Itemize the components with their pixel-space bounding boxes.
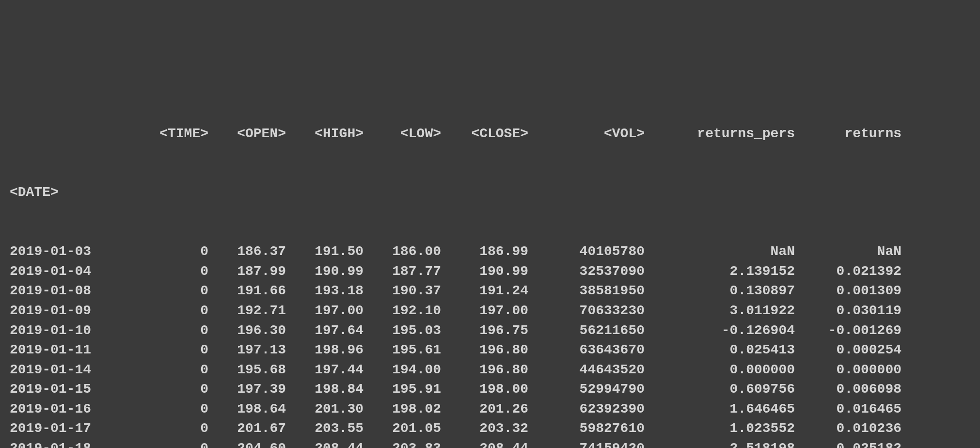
cell-high: 193.18 bbox=[286, 281, 364, 301]
cell-close: 208.44 bbox=[441, 439, 528, 448]
cell-date: 2019-01-09 bbox=[10, 301, 136, 321]
table-row: 2019-01-040187.99190.99187.77190.9932537… bbox=[10, 262, 970, 282]
cell-time: 0 bbox=[136, 439, 208, 448]
cell-time: 0 bbox=[136, 301, 208, 321]
cell-vol: 38581950 bbox=[528, 281, 645, 301]
cell-time: 0 bbox=[136, 360, 208, 380]
table-row: 2019-01-150197.39198.84195.91198.0052994… bbox=[10, 380, 970, 400]
cell-time: 0 bbox=[136, 419, 208, 439]
cell-low: 195.03 bbox=[364, 321, 441, 341]
cell-low: 195.61 bbox=[364, 340, 441, 360]
table-row: 2019-01-100196.30197.64195.03196.7556211… bbox=[10, 321, 970, 341]
cell-close: 198.00 bbox=[441, 380, 528, 400]
cell-time: 0 bbox=[136, 262, 208, 282]
cell-returns-pers: 0.025413 bbox=[645, 340, 795, 360]
cell-returns: 0.025182 bbox=[795, 439, 901, 448]
column-header-row: <TIME><OPEN><HIGH><LOW><CLOSE><VOL>retur… bbox=[10, 124, 970, 144]
cell-high: 197.44 bbox=[286, 360, 364, 380]
cell-date: 2019-01-11 bbox=[10, 340, 136, 360]
cell-close: 196.80 bbox=[441, 340, 528, 360]
cell-open: 195.68 bbox=[208, 360, 286, 380]
cell-high: 208.44 bbox=[286, 439, 364, 448]
cell-vol: 52994790 bbox=[528, 380, 645, 400]
cell-returns-pers: 0.130897 bbox=[645, 281, 795, 301]
cell-close: 197.00 bbox=[441, 301, 528, 321]
cell-returns-pers: 2.139152 bbox=[645, 262, 795, 282]
cell-open: 204.60 bbox=[208, 439, 286, 448]
cell-close: 201.26 bbox=[441, 400, 528, 419]
cell-low: 201.05 bbox=[364, 419, 441, 439]
cell-close: 190.99 bbox=[441, 262, 528, 282]
column-header-close: <CLOSE> bbox=[441, 124, 528, 144]
cell-returns: -0.001269 bbox=[795, 321, 901, 341]
cell-low: 203.83 bbox=[364, 439, 441, 448]
cell-high: 191.50 bbox=[286, 242, 364, 262]
table-row: 2019-01-170201.67203.55201.05203.3259827… bbox=[10, 419, 970, 439]
cell-returns: 0.000000 bbox=[795, 360, 901, 380]
cell-low: 194.00 bbox=[364, 360, 441, 380]
column-header-returns: returns bbox=[795, 124, 901, 144]
cell-high: 201.30 bbox=[286, 400, 364, 419]
cell-vol: 62392390 bbox=[528, 400, 645, 419]
dataframe-output: <TIME><OPEN><HIGH><LOW><CLOSE><VOL>retur… bbox=[10, 84, 970, 448]
column-header-low: <LOW> bbox=[364, 124, 441, 144]
cell-close: 203.32 bbox=[441, 419, 528, 439]
cell-open: 197.39 bbox=[208, 380, 286, 400]
cell-low: 198.02 bbox=[364, 400, 441, 419]
table-body: 2019-01-030186.37191.50186.00186.9940105… bbox=[10, 242, 970, 448]
cell-time: 0 bbox=[136, 380, 208, 400]
header-blank bbox=[10, 124, 136, 144]
column-header-high: <HIGH> bbox=[286, 124, 364, 144]
cell-date: 2019-01-17 bbox=[10, 419, 136, 439]
cell-returns-pers: 1.023552 bbox=[645, 419, 795, 439]
cell-returns-pers: 3.011922 bbox=[645, 301, 795, 321]
cell-date: 2019-01-18 bbox=[10, 439, 136, 448]
cell-returns: 0.000254 bbox=[795, 340, 901, 360]
cell-vol: 63643670 bbox=[528, 340, 645, 360]
cell-vol: 32537090 bbox=[528, 262, 645, 282]
cell-time: 0 bbox=[136, 400, 208, 419]
column-header-open: <OPEN> bbox=[208, 124, 286, 144]
column-header-vol: <VOL> bbox=[528, 124, 645, 144]
cell-open: 191.66 bbox=[208, 281, 286, 301]
cell-date: 2019-01-14 bbox=[10, 360, 136, 380]
cell-close: 186.99 bbox=[441, 242, 528, 262]
cell-open: 186.37 bbox=[208, 242, 286, 262]
cell-close: 196.75 bbox=[441, 321, 528, 341]
cell-returns-pers: NaN bbox=[645, 242, 795, 262]
column-header-returns-pers: returns_pers bbox=[645, 124, 795, 144]
table-row: 2019-01-080191.66193.18190.37191.2438581… bbox=[10, 281, 970, 301]
cell-time: 0 bbox=[136, 321, 208, 341]
cell-returns-pers: 1.646465 bbox=[645, 400, 795, 419]
cell-close: 191.24 bbox=[441, 281, 528, 301]
cell-low: 187.77 bbox=[364, 262, 441, 282]
cell-returns-pers: 0.000000 bbox=[645, 360, 795, 380]
cell-returns: 0.030119 bbox=[795, 301, 901, 321]
column-header-time: <TIME> bbox=[136, 124, 208, 144]
cell-vol: 74159420 bbox=[528, 439, 645, 448]
cell-time: 0 bbox=[136, 340, 208, 360]
cell-high: 198.96 bbox=[286, 340, 364, 360]
cell-high: 190.99 bbox=[286, 262, 364, 282]
cell-date: 2019-01-08 bbox=[10, 281, 136, 301]
cell-vol: 70633230 bbox=[528, 301, 645, 321]
cell-returns: 0.006098 bbox=[795, 380, 901, 400]
cell-high: 198.84 bbox=[286, 380, 364, 400]
cell-high: 203.55 bbox=[286, 419, 364, 439]
cell-returns: 0.021392 bbox=[795, 262, 901, 282]
cell-vol: 44643520 bbox=[528, 360, 645, 380]
cell-low: 192.10 bbox=[364, 301, 441, 321]
cell-time: 0 bbox=[136, 281, 208, 301]
cell-date: 2019-01-15 bbox=[10, 380, 136, 400]
table-row: 2019-01-030186.37191.50186.00186.9940105… bbox=[10, 242, 970, 262]
cell-date: 2019-01-16 bbox=[10, 400, 136, 419]
table-row: 2019-01-160198.64201.30198.02201.2662392… bbox=[10, 400, 970, 419]
cell-time: 0 bbox=[136, 242, 208, 262]
cell-open: 196.30 bbox=[208, 321, 286, 341]
table-row: 2019-01-110197.13198.96195.61196.8063643… bbox=[10, 340, 970, 360]
cell-open: 201.67 bbox=[208, 419, 286, 439]
cell-date: 2019-01-10 bbox=[10, 321, 136, 341]
cell-date: 2019-01-04 bbox=[10, 262, 136, 282]
cell-vol: 40105780 bbox=[528, 242, 645, 262]
cell-high: 197.00 bbox=[286, 301, 364, 321]
